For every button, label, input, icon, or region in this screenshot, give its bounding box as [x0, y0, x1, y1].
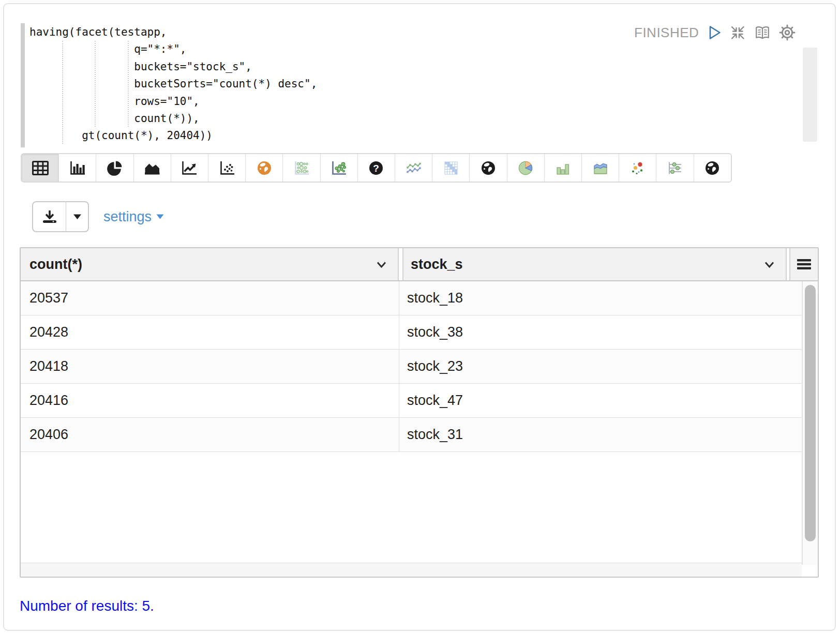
collapse-button[interactable] — [729, 25, 746, 40]
cell-count: 20418 — [21, 350, 399, 383]
chart-multi-line-button[interactable] — [395, 154, 432, 182]
chart-globe-dark-2-button[interactable] — [694, 154, 731, 182]
chart-map-button[interactable] — [246, 154, 283, 182]
table-header: count(*) stock_s — [21, 248, 818, 281]
code-line[interactable]: q="*:*", — [21, 41, 766, 58]
download-icon — [42, 209, 57, 224]
chart-bar-color-button[interactable] — [545, 154, 582, 182]
globe-dark-icon — [704, 160, 720, 176]
chart-pie-button[interactable] — [96, 154, 133, 182]
column-header-label: stock_s — [411, 256, 463, 272]
pie-chart-icon — [107, 160, 123, 176]
grid-menu-button[interactable] — [789, 248, 818, 280]
chart-line-button[interactable] — [171, 154, 208, 182]
table-row: 20428 stock_38 — [21, 315, 802, 350]
cell-stock: stock_23 — [399, 350, 802, 383]
chart-area-color-button[interactable] — [582, 154, 619, 182]
cell-count: 20416 — [21, 384, 399, 417]
settings-label: settings — [103, 209, 152, 225]
svg-text:?: ? — [373, 162, 380, 173]
download-options-button[interactable] — [66, 202, 88, 231]
column-header-count[interactable]: count(*) — [21, 248, 399, 280]
table-row: 20406 stock_31 — [21, 418, 802, 452]
chart-sliders-button[interactable] — [656, 154, 694, 182]
chart-bubble-matrix-button[interactable] — [283, 154, 320, 182]
globe-orange-icon — [257, 160, 272, 176]
code-line[interactable]: buckets="stock_s", — [21, 58, 766, 76]
results-table: count(*) stock_s 20537 stock_18 — [20, 247, 819, 578]
cell-count: 20428 — [21, 315, 399, 349]
cell-stock: stock_31 — [399, 418, 802, 451]
settings-toggle[interactable]: settings — [103, 205, 164, 228]
cell-stock: stock_18 — [399, 281, 802, 315]
header-gap — [399, 248, 402, 280]
chart-pie-color-button[interactable] — [507, 154, 545, 182]
table-row: 20537 stock_18 — [21, 281, 802, 315]
multi-line-chart-icon — [406, 160, 422, 176]
chart-bar-button[interactable] — [59, 154, 96, 182]
chart-type-toolbar: ? — [21, 153, 732, 183]
chart-bubble-color-button[interactable] — [619, 154, 656, 182]
download-button-group — [32, 201, 89, 232]
chart-heatmap-button[interactable] — [432, 154, 470, 182]
table-footer-strip — [21, 563, 802, 577]
paragraph-controls: FINISHED — [634, 24, 796, 41]
download-button[interactable] — [33, 202, 66, 231]
caret-down-icon — [73, 214, 82, 220]
column-header-label: count(*) — [29, 256, 82, 272]
code-line[interactable]: count(*)), — [21, 110, 766, 127]
chevron-down-icon[interactable] — [764, 261, 774, 268]
table-rows: 20537 stock_18 20428 stock_38 20418 stoc… — [21, 281, 802, 565]
paragraph-settings-button[interactable] — [779, 24, 796, 41]
chart-scatter-button[interactable] — [208, 154, 246, 182]
table-icon — [32, 160, 49, 176]
globe-dark-icon — [481, 160, 496, 176]
run-button[interactable] — [708, 25, 722, 40]
code-line[interactable]: gt(count(*), 20404)) — [21, 127, 766, 144]
hamburger-menu-icon — [797, 259, 812, 270]
editor-scrollbar[interactable] — [803, 48, 817, 142]
help-icon: ? — [368, 160, 384, 176]
chevron-down-icon[interactable] — [377, 261, 386, 268]
bubble-color-icon — [630, 160, 646, 176]
sliders-icon — [667, 160, 683, 176]
bar-chart-icon — [69, 160, 86, 176]
play-icon — [708, 25, 722, 40]
chart-area-button[interactable] — [134, 154, 171, 182]
table-row: 20418 stock_23 — [21, 350, 802, 384]
chart-table-button[interactable] — [22, 154, 59, 182]
table-scrollbar-thumb[interactable] — [805, 285, 816, 541]
table-body: 20537 stock_18 20428 stock_38 20418 stoc… — [21, 281, 818, 565]
table-scrollbar-track — [802, 281, 818, 565]
book-icon — [753, 25, 772, 40]
code-line[interactable]: rows="10", — [21, 93, 766, 110]
area-chart-icon — [144, 160, 160, 176]
pie-color-icon — [517, 160, 534, 176]
output-toggle-button[interactable] — [753, 25, 772, 40]
bubble-matrix-icon — [293, 160, 310, 176]
chart-help-button[interactable]: ? — [358, 154, 395, 182]
code-editor[interactable]: having(facet(testapp, q="*:*", buckets="… — [21, 24, 766, 145]
compress-icon — [729, 25, 746, 40]
code-line[interactable]: bucketSorts="count(*) desc", — [21, 76, 766, 93]
results-count-text: Number of results: 5. — [20, 598, 154, 614]
column-header-stock[interactable]: stock_s — [402, 248, 787, 280]
caret-down-icon — [156, 214, 164, 219]
gear-icon — [779, 24, 796, 41]
chart-scatter-green-button[interactable] — [321, 154, 358, 182]
line-chart-icon — [181, 160, 198, 176]
chart-globe-dark-button[interactable] — [470, 154, 507, 182]
heatmap-icon — [443, 160, 459, 176]
cell-stock: stock_38 — [399, 315, 802, 349]
scatter-green-icon — [331, 160, 347, 176]
cell-count: 20537 — [21, 281, 399, 315]
area-color-icon — [592, 160, 609, 176]
cell-count: 20406 — [21, 418, 399, 451]
table-row: 20416 stock_47 — [21, 384, 802, 418]
scatter-plot-icon — [219, 160, 235, 176]
bar-color-icon — [554, 160, 571, 176]
cell-stock: stock_47 — [399, 384, 802, 417]
status-badge: FINISHED — [634, 25, 699, 41]
